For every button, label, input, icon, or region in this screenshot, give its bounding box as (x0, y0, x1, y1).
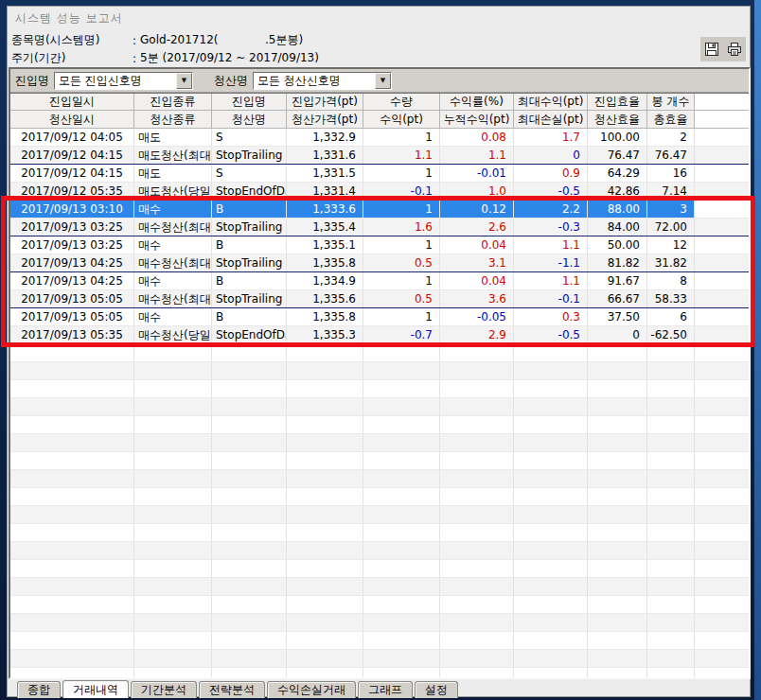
row-filler (695, 434, 749, 451)
trade-row-entry[interactable]: 2017/09/12 04:15매도S1,331.51-0.010.964.29… (10, 165, 749, 183)
empty-cell (440, 344, 514, 361)
empty-cell (647, 632, 695, 649)
chevron-down-icon[interactable]: ▼ (176, 73, 192, 89)
trade-row-exit[interactable]: 2017/09/12 04:15매도청산(최대StopTrailing1,331… (10, 147, 749, 165)
cell-name: StopTrailing (212, 147, 287, 164)
cell-efficiency: 0 (588, 326, 647, 343)
cell-rate-cum-profit: 2.6 (440, 219, 514, 236)
empty-cell (588, 362, 647, 379)
row-filler (695, 129, 749, 146)
empty-cell (514, 650, 588, 667)
cell-efficiency: 91.67 (588, 272, 647, 289)
empty-cell (647, 434, 695, 451)
tab-graph[interactable]: 그래프 (358, 681, 413, 698)
trade-row-entry[interactable]: 2017/09/13 03:25매수B1,335.110.041.150.001… (10, 236, 749, 254)
empty-cell (212, 470, 287, 487)
empty-cell (363, 398, 440, 415)
empty-cell (647, 362, 695, 379)
empty-cell (212, 434, 287, 451)
cell-type: 매수 (134, 236, 212, 254)
empty-cell (363, 560, 440, 577)
save-button[interactable] (702, 40, 721, 59)
empty-cell (363, 668, 440, 678)
header-cell-bar-count: 총효율 (647, 111, 695, 128)
tab-profit-loss-trades[interactable]: 수익손실거래 (267, 681, 356, 698)
print-button[interactable] (725, 40, 744, 59)
header-cell-rate-cum-profit: 수익률(%) (440, 94, 514, 110)
empty-cell (440, 452, 514, 469)
tab-period-analysis[interactable]: 기간분석 (131, 681, 197, 698)
cell-datetime: 2017/09/13 05:05 (10, 290, 134, 307)
empty-cell (363, 542, 440, 559)
row-filler (695, 452, 749, 469)
cell-efficiency: 76.47 (588, 147, 647, 164)
empty-cell (440, 470, 514, 487)
empty-cell (10, 380, 134, 397)
empty-cell (363, 524, 440, 541)
empty-cell (440, 650, 514, 667)
empty-cell (647, 614, 695, 631)
row-filler (695, 308, 749, 325)
chevron-down-icon[interactable]: ▼ (375, 73, 391, 89)
header-cell-type: 청산종류 (134, 111, 212, 128)
empty-cell (134, 398, 212, 415)
trade-row-entry[interactable]: 2017/09/13 04:25매수B1,334.910.041.191.678 (10, 272, 749, 290)
report-info: 종목명(시스템명) : Gold-201712( .5분봉) 주기(기간) : … (11, 31, 319, 67)
empty-cell (10, 434, 134, 451)
cell-name: StopEndOfDay (212, 326, 287, 343)
empty-cell (588, 344, 647, 361)
cell-bar-count: 16 (647, 165, 695, 182)
empty-cell (212, 668, 287, 678)
empty-cell (10, 668, 134, 678)
trade-row-exit[interactable]: 2017/09/13 05:35매수청산(당일StopEndOfDay1,335… (10, 326, 749, 344)
empty-cell (134, 632, 212, 649)
empty-cell (363, 578, 440, 595)
exit-filter-combobox[interactable]: 모든 청산신호명 ▼ (253, 72, 392, 90)
empty-cell (212, 506, 287, 523)
cell-efficiency: 88.00 (588, 201, 647, 218)
cell-max-profit-loss: 0 (514, 147, 588, 164)
empty-cell (10, 596, 134, 613)
cell-qty-profit: 1 (363, 165, 440, 182)
cell-type: 매수 (134, 272, 212, 289)
cell-datetime: 2017/09/12 04:15 (10, 147, 134, 164)
header-cell-max-profit-loss: 최대손실(pt) (514, 111, 588, 128)
symbol-colon: : (133, 34, 136, 47)
trade-row-exit[interactable]: 2017/09/13 03:25매수청산(최대StopTrailing1,335… (10, 219, 749, 236)
entry-filter-combobox[interactable]: 모든 진입신호명 ▼ (54, 72, 193, 90)
empty-cell (134, 668, 212, 678)
empty-cell (440, 560, 514, 577)
tab-strategy-analysis[interactable]: 전략분석 (199, 681, 265, 698)
trade-row-entry[interactable]: 2017/09/12 04:05매도S1,332.910.081.7100.00… (10, 129, 749, 147)
trade-row-exit[interactable]: 2017/09/13 04:25매수청산(최대StopTrailing1,335… (10, 254, 749, 272)
empty-cell (514, 434, 588, 451)
trade-row-exit[interactable]: 2017/09/12 05:35매도청산(당일StopEndOfDay1,331… (10, 183, 749, 201)
window-titlebar[interactable]: 시스템 성능 보고서 (8, 7, 750, 29)
empty-cell (363, 506, 440, 523)
tab-trade-detail[interactable]: 거래내역 (62, 680, 129, 698)
row-filler (695, 219, 749, 236)
cell-qty-profit: 1 (363, 201, 440, 218)
trade-row-exit[interactable]: 2017/09/13 05:05매수청산(최대StopTrailing1,335… (10, 290, 749, 308)
tab-settings[interactable]: 설정 (415, 681, 458, 698)
cell-max-profit-loss: -1.1 (514, 254, 588, 271)
empty-cell (588, 506, 647, 523)
empty-cell (440, 380, 514, 397)
empty-cell (212, 380, 287, 397)
trade-row-entry[interactable]: 2017/09/13 03:10매수B1,333.610.122.288.003 (10, 201, 749, 219)
row-filler (695, 290, 749, 307)
row-filler (695, 596, 749, 613)
empty-cell (647, 344, 695, 361)
header-cell-efficiency: 진입효율 (588, 94, 647, 110)
period-colon: : (133, 52, 136, 65)
trade-row-entry[interactable]: 2017/09/13 05:05매수B1,335.81-0.050.337.50… (10, 308, 749, 326)
symbol-value: Gold-201712( .5분봉) (140, 32, 303, 48)
cell-max-profit-loss: 1.1 (514, 236, 588, 254)
empty-cell (647, 560, 695, 577)
empty-cell (514, 380, 588, 397)
empty-cell (134, 488, 212, 505)
empty-cell (588, 632, 647, 649)
period-value: 5분 (2017/09/12 ~ 2017/09/13) (140, 50, 319, 66)
empty-cell (514, 668, 588, 678)
tab-summary[interactable]: 종합 (17, 681, 61, 698)
